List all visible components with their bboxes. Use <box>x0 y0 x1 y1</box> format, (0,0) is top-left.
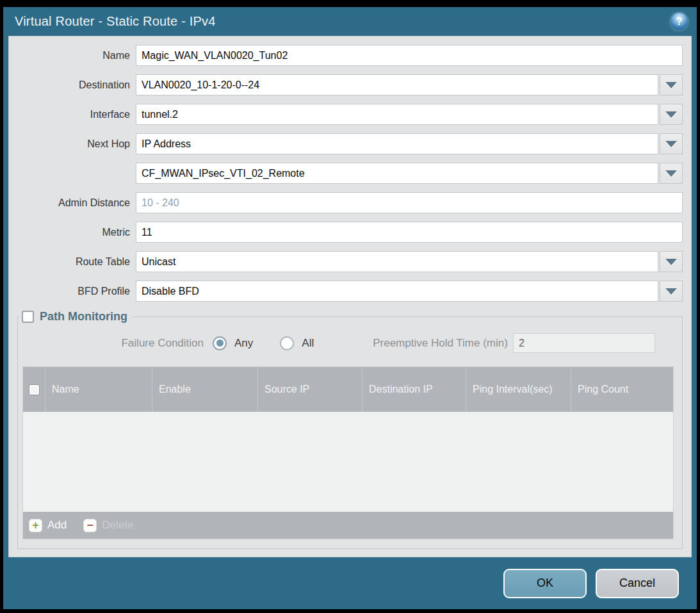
route-table-label: Route Table <box>9 256 136 268</box>
interface-label: Interface <box>9 109 136 120</box>
preemptive-hold-time-label: Preemptive Hold Time (min) <box>373 337 508 350</box>
cancel-button[interactable]: Cancel <box>596 569 679 598</box>
table-toolbar: + Add − Delete <box>23 512 673 539</box>
add-button-label: Add <box>47 519 67 532</box>
interface-input[interactable] <box>136 104 658 125</box>
radio-any-label: Any <box>234 337 253 350</box>
dialog-title: Virtual Router - Static Route - IPv4 <box>15 14 671 29</box>
static-route-dialog: Virtual Router - Static Route - IPv4 ? N… <box>3 7 697 609</box>
route-table-dropdown-button[interactable] <box>660 251 683 272</box>
destination-input[interactable] <box>136 74 658 95</box>
dialog-content: Name Destination Interface <box>8 36 692 557</box>
bfd-profile-input[interactable] <box>136 281 658 302</box>
path-monitoring-checkbox[interactable] <box>22 311 34 323</box>
form-row-admin-distance: Admin Distance <box>9 192 691 213</box>
admin-distance-label: Admin Distance <box>9 197 136 209</box>
admin-distance-input[interactable] <box>136 192 683 213</box>
form-row-next-hop: Next Hop <box>9 133 691 154</box>
form-row-bfd-profile: BFD Profile <box>9 281 691 302</box>
table-body-empty <box>23 412 673 512</box>
failure-condition-row: Failure Condition Any All Preemptive Hol… <box>18 332 682 354</box>
radio-all[interactable] <box>280 336 294 350</box>
next-hop-address-input[interactable] <box>136 163 658 184</box>
path-monitoring-table: Name Enable Source IP Destination IP Pin… <box>22 366 674 539</box>
plus-icon: + <box>29 519 42 532</box>
chevron-down-icon <box>665 111 677 118</box>
next-hop-address-dropdown-button[interactable] <box>660 163 683 184</box>
metric-label: Metric <box>9 227 136 238</box>
ok-button[interactable]: OK <box>503 569 587 598</box>
destination-dropdown-button[interactable] <box>660 74 683 95</box>
add-button[interactable]: + Add <box>29 519 67 532</box>
bfd-profile-label: BFD Profile <box>9 286 136 297</box>
path-monitoring-section: Path Monitoring Failure Condition Any Al… <box>17 310 683 549</box>
chevron-down-icon <box>665 170 677 177</box>
table-header-row: Name Enable Source IP Destination IP Pin… <box>23 367 673 412</box>
form-row-metric: Metric <box>9 222 691 243</box>
route-table-input[interactable] <box>136 251 658 272</box>
chevron-down-icon <box>665 288 677 295</box>
dialog-titlebar: Virtual Router - Static Route - IPv4 ? <box>3 7 697 36</box>
name-label: Name <box>9 50 136 61</box>
select-all-checkbox[interactable] <box>29 384 40 395</box>
table-header-checkbox-cell <box>23 367 45 412</box>
form-row-next-hop-address <box>9 163 691 184</box>
delete-button-label: Delete <box>102 519 133 532</box>
radio-any[interactable] <box>213 336 227 350</box>
path-monitoring-title: Path Monitoring <box>40 310 127 323</box>
bfd-profile-dropdown-button[interactable] <box>660 281 683 302</box>
table-header-source-ip: Source IP <box>257 367 362 412</box>
table-header-ping-interval: Ping Interval(sec) <box>466 367 571 412</box>
form-row-route-table: Route Table <box>9 251 691 272</box>
dialog-button-bar: OK Cancel <box>3 557 697 609</box>
interface-dropdown-button[interactable] <box>660 104 683 125</box>
failure-condition-label: Failure Condition <box>18 337 204 350</box>
name-input[interactable] <box>136 45 683 66</box>
next-hop-label: Next Hop <box>9 138 136 150</box>
minus-icon: − <box>83 519 97 532</box>
radio-all-label: All <box>302 337 314 350</box>
failure-condition-radio-group: Any All <box>204 336 314 350</box>
delete-button[interactable]: − Delete <box>83 519 133 532</box>
form-row-interface: Interface <box>9 104 691 125</box>
form-row-name: Name <box>9 45 691 66</box>
metric-input[interactable] <box>136 222 683 243</box>
form-row-destination: Destination <box>9 74 691 95</box>
table-header-enable: Enable <box>152 367 257 412</box>
help-icon[interactable]: ? <box>671 13 688 30</box>
table-header-ping-count: Ping Count <box>571 367 673 412</box>
next-hop-type-input[interactable] <box>136 133 658 154</box>
chevron-down-icon <box>665 259 677 265</box>
destination-label: Destination <box>9 79 136 91</box>
table-header-destination-ip: Destination IP <box>362 367 466 412</box>
path-monitoring-legend: Path Monitoring <box>19 310 133 323</box>
next-hop-type-dropdown-button[interactable] <box>660 133 683 154</box>
table-header-name: Name <box>45 367 152 412</box>
preemptive-hold-time-input[interactable] <box>513 333 655 353</box>
radio-dot <box>216 339 224 347</box>
chevron-down-icon <box>665 141 677 147</box>
chevron-down-icon <box>665 82 677 88</box>
